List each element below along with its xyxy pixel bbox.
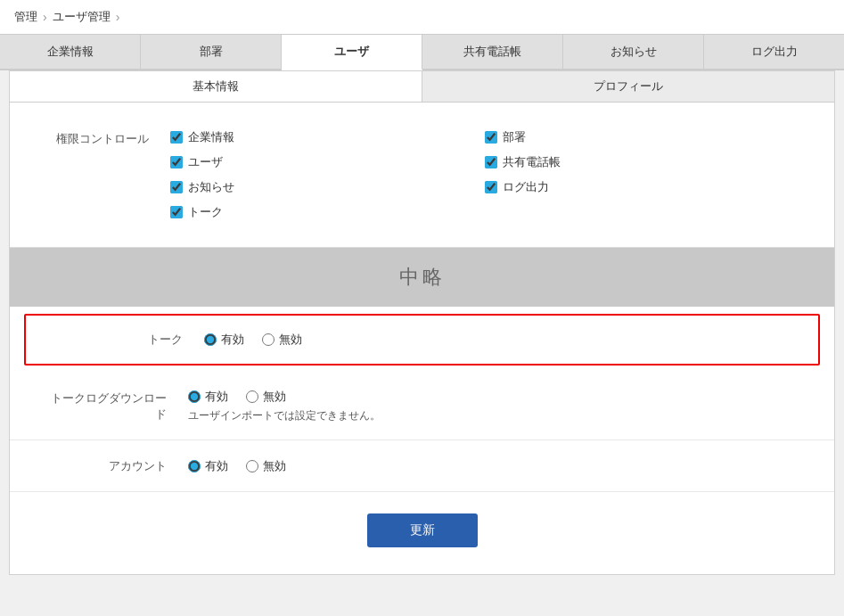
tab-company-info[interactable]: 企業情報 xyxy=(0,35,141,69)
talk-disabled-option[interactable]: 無効 xyxy=(262,332,302,348)
tab-log-output[interactable]: ログ出力 xyxy=(704,35,844,69)
checkbox-log-output[interactable]: ログ出力 xyxy=(485,179,799,195)
talklog-note: ユーザインポートでは設定できません。 xyxy=(188,408,381,423)
account-row: アカウント 有効 無効 xyxy=(10,440,834,492)
tab-shared-phonebook[interactable]: 共有電話帳 xyxy=(422,35,563,69)
checkbox-dept[interactable]: 部署 xyxy=(485,129,799,145)
breadcrumb-root: 管理 xyxy=(14,9,37,25)
permission-row: 権限コントロール 企業情報 ユーザ お知らせ xyxy=(10,120,834,229)
sub-tab-basic-info[interactable]: 基本情報 xyxy=(10,71,422,102)
permission-section: 権限コントロール 企業情報 ユーザ お知らせ xyxy=(10,103,834,248)
permission-checkboxes: 企業情報 ユーザ お知らせ トーク xyxy=(170,129,799,220)
main-card: 基本情報 プロフィール 権限コントロール 企業情報 ユーザ xyxy=(9,70,835,575)
form-section: トーク 有効 無効 トークログダウンロード xyxy=(10,314,834,574)
checkbox-shared-phonebook[interactable]: 共有電話帳 xyxy=(485,154,799,170)
checkbox-notice[interactable]: お知らせ xyxy=(170,179,485,195)
breadcrumb-end-arrow: › xyxy=(116,10,120,24)
talk-label: トーク xyxy=(61,332,204,348)
account-radio-group: 有効 無効 xyxy=(188,458,286,474)
tab-notice[interactable]: お知らせ xyxy=(563,35,704,69)
talk-enabled-option[interactable]: 有効 xyxy=(204,332,244,348)
talk-row: トーク 有効 無効 xyxy=(24,314,820,365)
button-row: 更新 xyxy=(10,492,834,574)
tab-department[interactable]: 部署 xyxy=(141,35,282,69)
checkbox-company-info[interactable]: 企業情報 xyxy=(170,129,485,145)
account-label: アカウント xyxy=(45,458,188,474)
talklog-disabled-option[interactable]: 無効 xyxy=(246,389,286,405)
talklog-col: 有効 無効 ユーザインポートでは設定できません。 xyxy=(188,389,381,423)
chuuryaku-banner: 中略 xyxy=(10,248,834,307)
sub-tabs: 基本情報 プロフィール xyxy=(10,71,834,103)
checkbox-col-2: 部署 共有電話帳 ログ出力 xyxy=(485,129,799,220)
talklog-row: トークログダウンロード 有効 無効 ユーザインポートでは設定できません。 xyxy=(10,373,834,440)
checkbox-col-1: 企業情報 ユーザ お知らせ トーク xyxy=(170,129,485,220)
checkbox-talk[interactable]: トーク xyxy=(170,204,485,220)
account-disabled-option[interactable]: 無効 xyxy=(246,458,286,474)
talklog-label: トークログダウンロード xyxy=(45,390,188,423)
breadcrumb-current: ユーザ管理 xyxy=(53,9,111,25)
tab-user[interactable]: ユーザ xyxy=(282,35,422,70)
account-enabled-option[interactable]: 有効 xyxy=(188,458,228,474)
breadcrumb: 管理 › ユーザ管理 › xyxy=(0,0,844,35)
talklog-enabled-option[interactable]: 有効 xyxy=(188,389,228,405)
permission-label: 権限コントロール xyxy=(45,129,170,147)
talklog-radio-group: 有効 無効 xyxy=(188,389,381,405)
checkbox-user[interactable]: ユーザ xyxy=(170,154,485,170)
update-button[interactable]: 更新 xyxy=(367,513,478,547)
breadcrumb-separator: › xyxy=(43,10,47,24)
top-nav: 企業情報 部署 ユーザ 共有電話帳 お知らせ ログ出力 xyxy=(0,35,844,70)
sub-tab-profile[interactable]: プロフィール xyxy=(422,71,834,102)
talk-radio-group: 有効 無効 xyxy=(204,332,302,348)
